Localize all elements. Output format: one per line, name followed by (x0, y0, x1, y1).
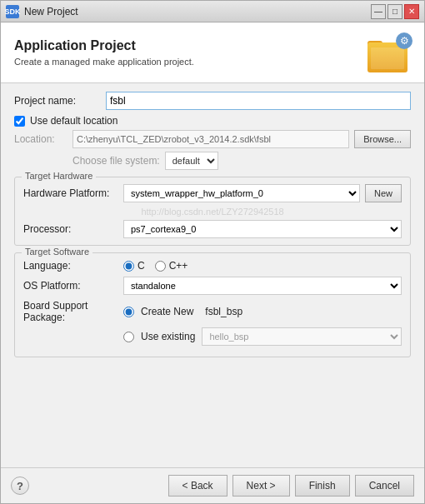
language-c-option: C (123, 260, 145, 272)
target-software-group: Target Software Language: C C++ (14, 252, 411, 357)
bsp-use-existing-section: Use existing (123, 331, 195, 342)
language-c-label: C (138, 260, 145, 272)
bsp-create-new-label: Create New (141, 306, 193, 317)
language-cpp-label: C++ (169, 260, 188, 272)
os-platform-label: OS Platform: (23, 280, 123, 292)
window-title: New Project (24, 6, 371, 17)
sdk-icon: SDK (6, 5, 19, 18)
bsp-create-new-section: Create New fsbl_bsp (123, 306, 242, 317)
window: SDK New Project — □ ✕ Application Projec… (0, 0, 425, 504)
header-icon: ⚙ (368, 32, 411, 72)
footer-right: < Back Next > Finish Cancel (168, 475, 414, 497)
use-default-location-checkbox[interactable] (14, 116, 25, 127)
title-bar-buttons: — □ ✕ (371, 4, 419, 19)
title-bar: SDK New Project — □ ✕ (1, 1, 424, 22)
os-platform-select[interactable]: standalone (123, 277, 402, 295)
target-software-title: Target Software (22, 247, 92, 257)
dialog-subtitle: Create a managed make application projec… (14, 57, 194, 67)
project-name-row: Project name: (14, 92, 411, 110)
language-label: Language: (23, 260, 123, 272)
finish-button[interactable]: Finish (295, 475, 350, 497)
language-row: Language: C C++ (23, 260, 402, 272)
project-name-label: Project name: (14, 95, 106, 107)
next-button[interactable]: Next > (232, 475, 290, 497)
close-button[interactable]: ✕ (404, 4, 419, 19)
bsp-create-new-row: Board Support Package: Create New fsbl_b… (23, 300, 402, 323)
bsp-label: Board Support Package: (23, 300, 123, 323)
maximize-button[interactable]: □ (388, 4, 402, 19)
help-button[interactable]: ? (11, 477, 29, 495)
processor-label: Processor: (23, 223, 123, 235)
hardware-platform-row: Hardware Platform: system_wrapper_hw_pla… (23, 184, 402, 202)
bsp-existing-select[interactable]: hello_bsp (202, 327, 402, 346)
language-cpp-option: C++ (155, 260, 188, 272)
dialog-content: Application Project Create a managed mak… (1, 22, 424, 503)
location-label: Location: (14, 133, 72, 145)
processor-row: Processor: ps7_cortexa9_0 (23, 220, 402, 238)
bsp-use-existing-row: Use existing hello_bsp (23, 327, 402, 346)
location-row: Location: Browse... (14, 130, 411, 148)
footer: ? < Back Next > Finish Cancel (1, 467, 424, 503)
hardware-platform-label: Hardware Platform: (23, 187, 123, 199)
cancel-button[interactable]: Cancel (355, 475, 414, 497)
back-button[interactable]: < Back (168, 475, 228, 497)
hardware-platform-select[interactable]: system_wrapper_hw_platform_0 (123, 184, 360, 202)
filesystem-label: Choose file system: (72, 155, 160, 167)
dialog-title: Application Project (14, 38, 194, 53)
os-platform-row: OS Platform: standalone (23, 277, 402, 295)
gear-icon: ⚙ (396, 32, 412, 49)
project-name-input[interactable] (106, 92, 411, 110)
language-c-radio[interactable] (123, 261, 134, 272)
form-section: Project name: Use default location Locat… (1, 83, 424, 467)
folder-inner-icon (371, 47, 404, 69)
bsp-use-existing-radio[interactable] (123, 332, 134, 342)
target-hardware-title: Target Hardware (22, 171, 96, 181)
watermark-text: http://blog.csdn.net/LZY272942518 (23, 207, 402, 217)
language-radio-group: C C++ (123, 260, 188, 272)
bsp-use-existing-label: Use existing (141, 331, 195, 342)
browse-button[interactable]: Browse... (354, 130, 411, 148)
target-hardware-group: Target Hardware Hardware Platform: syste… (14, 177, 411, 246)
bsp-new-name: fsbl_bsp (205, 306, 242, 317)
use-default-location-label: Use default location (30, 115, 118, 127)
bsp-create-new-radio[interactable] (123, 307, 134, 317)
filesystem-row: Choose file system: default (14, 152, 411, 170)
processor-select[interactable]: ps7_cortexa9_0 (123, 220, 402, 238)
location-input[interactable] (72, 130, 349, 148)
new-hardware-button[interactable]: New (365, 184, 402, 202)
language-cpp-radio[interactable] (155, 261, 166, 272)
footer-left: ? (11, 477, 29, 495)
filesystem-select[interactable]: default (165, 152, 218, 170)
use-default-location-row: Use default location (14, 115, 411, 127)
header-text: Application Project Create a managed mak… (14, 38, 194, 67)
header-section: Application Project Create a managed mak… (1, 22, 424, 83)
minimize-button[interactable]: — (371, 4, 386, 19)
